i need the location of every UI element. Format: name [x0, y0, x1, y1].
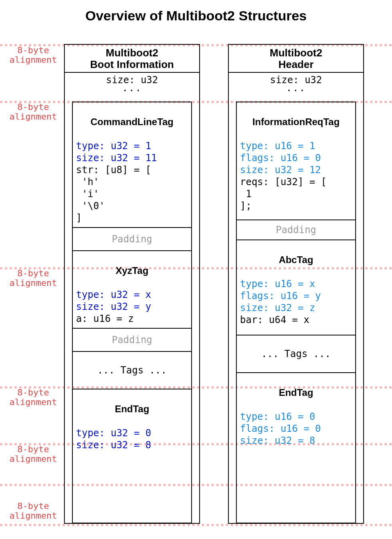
more-tags-ellipsis: ... Tags ... [237, 335, 355, 372]
alignment-label: 8-byte alignment [3, 46, 63, 65]
tag-name: CommandLineTag [76, 116, 188, 128]
more-tags-ellipsis: ... Tags ... [73, 351, 191, 389]
tag-name: InformationReqTag [240, 116, 352, 128]
ellipsis: ... [229, 86, 363, 90]
header-tags-container: InformationReqTag type: u16 = 1 flags: u… [236, 102, 356, 523]
padding-block: Padding [73, 227, 191, 250]
boot-info-tags-container: CommandLineTag type: u32 = 1 size: u32 =… [72, 102, 192, 523]
end-tag: EndTag type: u32 = 0 size: u32 = 8 [73, 389, 191, 454]
boot-info-column: Multiboot2 Boot Information size: u32 ..… [64, 44, 200, 524]
tag-name: EndTag [76, 403, 188, 415]
tag-header-fields: type: u32 = 1 size: u32 = 11 [76, 140, 157, 164]
page-title: Overview of Multiboot2 Structures [0, 8, 392, 24]
alignment-label: 8-byte alignment [3, 102, 63, 122]
tag-body-fields: str: [u8] = [ 'h' 'i' '\0' ] [76, 164, 151, 224]
tag-body-fields: reqs: [u32] = [ 1 ]; [240, 176, 327, 212]
tag-header-fields: type: u32 = x size: u32 = y [76, 289, 151, 312]
tag-body-fields: bar: u64 = x [240, 314, 309, 325]
tag-name: EndTag [240, 387, 352, 399]
alignment-label: 8-byte alignment [3, 269, 63, 288]
tag-header-fields: type: u16 = 0 flags: u16 = 0 size: u32 =… [240, 411, 321, 446]
tag-name: XyzTag [76, 265, 188, 277]
alignment-label: 8-byte alignment [3, 445, 63, 464]
commandline-tag: CommandLineTag type: u32 = 1 size: u32 =… [73, 102, 191, 227]
alignment-label: 8-byte alignment [3, 388, 63, 407]
header-column: Multiboot2 Header size: u32 ... Informat… [228, 44, 364, 524]
xyz-tag: XyzTag type: u32 = x size: u32 = y a: u1… [73, 250, 191, 328]
tag-header-fields: type: u16 = 1 flags: u16 = 0 size: u32 =… [240, 140, 321, 176]
alignment-label: 8-byte alignment [3, 501, 63, 521]
padding-block: Padding [237, 220, 355, 240]
tag-header-fields: type: u32 = 0 size: u32 = 8 [76, 427, 151, 451]
mb2-header-header: Multiboot2 Header [229, 45, 363, 73]
ellipsis: ... [65, 86, 199, 90]
tag-name: AbcTag [240, 254, 352, 266]
alignment-line [0, 524, 392, 526]
boot-info-header: Multiboot2 Boot Information [65, 45, 199, 73]
tag-body-fields: a: u16 = z [76, 313, 134, 324]
abc-tag: AbcTag type: u16 = x flags: u16 = y size… [237, 240, 355, 335]
padding-block: Padding [73, 328, 191, 351]
inforeq-tag: InformationReqTag type: u16 = 1 flags: u… [237, 102, 355, 220]
end-tag: EndTag type: u16 = 0 flags: u16 = 0 size… [237, 372, 355, 450]
tag-header-fields: type: u16 = x flags: u16 = y size: u32 =… [240, 278, 321, 313]
